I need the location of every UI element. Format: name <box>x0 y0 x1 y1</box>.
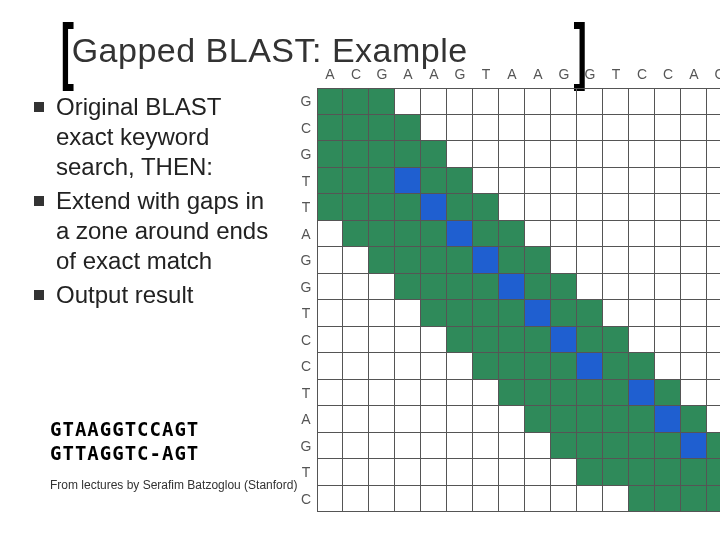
grid-cell <box>681 168 707 195</box>
grid-cell <box>317 353 343 380</box>
grid-cell <box>421 486 447 513</box>
grid-cell <box>681 247 707 274</box>
grid-cell <box>421 274 447 301</box>
grid-cell <box>473 274 499 301</box>
grid-cell <box>577 274 603 301</box>
grid-cell <box>551 88 577 115</box>
grid-cell <box>447 141 473 168</box>
grid-cell <box>681 327 707 354</box>
grid-cell <box>317 88 343 115</box>
grid-cell <box>525 433 551 460</box>
grid-cell <box>499 274 525 301</box>
grid-cell <box>603 274 629 301</box>
bullet-text: Original BLAST exact keyword search, THE… <box>56 92 280 182</box>
grid-cell <box>629 194 655 221</box>
grid-cell <box>707 221 720 248</box>
grid-cell <box>473 300 499 327</box>
grid-cell <box>603 459 629 486</box>
bullet-item: Extend with gaps in a zone around ends o… <box>34 186 280 276</box>
grid-cell <box>369 88 395 115</box>
grid-cell <box>499 433 525 460</box>
grid-cell <box>421 194 447 221</box>
grid-cell <box>655 327 681 354</box>
grid-cell <box>447 88 473 115</box>
grid-cell <box>525 486 551 513</box>
grid-cell <box>603 168 629 195</box>
grid-cell <box>343 194 369 221</box>
grid-cell <box>499 168 525 195</box>
grid-cell <box>681 300 707 327</box>
grid-cell <box>551 221 577 248</box>
grid-cell <box>603 221 629 248</box>
axis-label: T <box>603 66 629 82</box>
grid-cell <box>421 247 447 274</box>
axis-label: A <box>299 221 313 248</box>
grid-cell <box>629 300 655 327</box>
top-axis-labels: ACGAAGTAAGGTCCAG <box>317 66 720 82</box>
grid-cell <box>395 380 421 407</box>
grid-cell <box>603 380 629 407</box>
grid-cell <box>551 141 577 168</box>
grid-cell <box>369 486 395 513</box>
axis-label: C <box>655 66 681 82</box>
grid-cell <box>577 221 603 248</box>
grid-cell <box>629 168 655 195</box>
grid-cell <box>369 433 395 460</box>
grid-cell <box>473 459 499 486</box>
grid-cell <box>317 194 343 221</box>
grid-cell <box>395 433 421 460</box>
grid-cell <box>603 486 629 513</box>
grid-cell <box>525 141 551 168</box>
grid-cell <box>395 221 421 248</box>
grid-cell <box>473 353 499 380</box>
grid-cell <box>551 300 577 327</box>
axis-label: T <box>299 168 313 195</box>
grid-cell <box>421 115 447 142</box>
grid-cell <box>525 300 551 327</box>
grid-cell <box>707 433 720 460</box>
grid-cell <box>473 327 499 354</box>
grid-cell <box>369 406 395 433</box>
axis-label: G <box>577 66 603 82</box>
grid-cell <box>421 353 447 380</box>
grid-cell <box>395 406 421 433</box>
grid-cell <box>629 459 655 486</box>
grid-cell <box>525 274 551 301</box>
grid-cell <box>447 406 473 433</box>
grid-cell <box>603 353 629 380</box>
grid-cell <box>317 141 343 168</box>
axis-label: G <box>299 247 313 274</box>
axis-label: G <box>369 66 395 82</box>
grid-cell <box>577 141 603 168</box>
grid-cell <box>447 433 473 460</box>
aligned-sequences: GTAAGGTCCAGT GTTAGGTC-AGT <box>50 418 199 466</box>
grid-cell <box>525 353 551 380</box>
bullet-square-icon <box>34 290 44 300</box>
grid-cell <box>707 406 720 433</box>
grid-cell <box>577 168 603 195</box>
grid-cell <box>655 353 681 380</box>
grid-cell <box>577 406 603 433</box>
grid-cell <box>655 300 681 327</box>
grid-cell <box>473 115 499 142</box>
grid-cell <box>629 141 655 168</box>
grid-cell <box>525 406 551 433</box>
grid-cell <box>525 168 551 195</box>
grid-cell <box>317 247 343 274</box>
axis-label: A <box>421 66 447 82</box>
slide: [ Gapped BLAST: Example ] Original BLAST… <box>0 0 720 540</box>
grid-cell <box>629 221 655 248</box>
grid-cell <box>681 141 707 168</box>
grid-cell <box>395 247 421 274</box>
grid-cell <box>499 300 525 327</box>
grid-cell <box>499 353 525 380</box>
grid-cell <box>317 168 343 195</box>
grid-cell <box>473 380 499 407</box>
bullet-square-icon <box>34 102 44 112</box>
grid-cell <box>551 433 577 460</box>
grid-cell <box>655 221 681 248</box>
grid-cell <box>551 406 577 433</box>
bullet-text: Extend with gaps in a zone around ends o… <box>56 186 280 276</box>
grid-cell <box>655 406 681 433</box>
grid-cell <box>525 459 551 486</box>
